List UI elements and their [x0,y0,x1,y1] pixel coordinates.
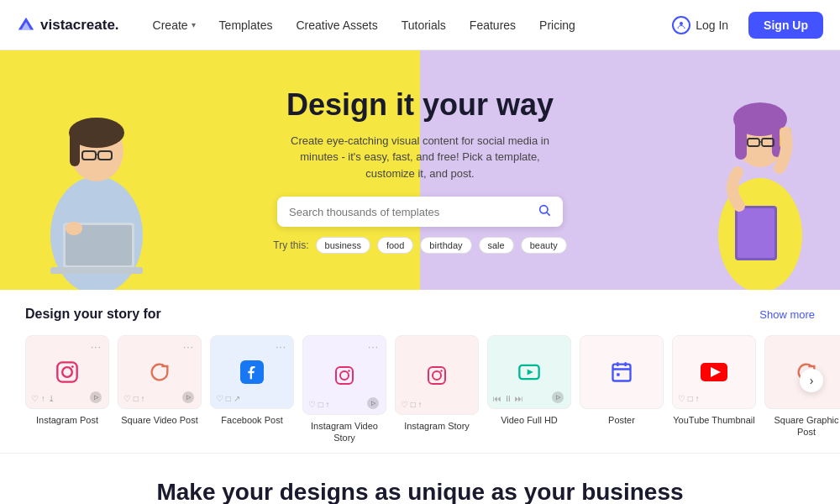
card-bottom-icons-4: ♡ □ ↑ [308,400,330,409]
card-play-2: ▷ [182,391,194,403]
logo-text: vistacreate. [40,17,119,34]
card-play-icon: ▷ [90,391,102,403]
try-tag-sale[interactable]: sale [479,237,514,254]
card-preview-instagram: ··· ♡ ↑ ⤓ ▷ [25,335,109,409]
card-bottom-icons-7: ♡ □ ↑ [678,394,700,403]
story-title: Design your story for [25,307,161,322]
nav-tutorials[interactable]: Tutorials [402,18,446,32]
svg-point-2 [680,22,683,25]
login-button[interactable]: Log In [662,11,738,39]
story-header: Design your story for Show more [25,307,815,322]
svg-point-35 [433,371,441,380]
try-tag-beauty[interactable]: beauty [521,237,567,254]
nav-create[interactable]: Create ▾ [153,18,196,32]
svg-rect-34 [428,367,445,384]
card-bottom-icons-6: ⏮ ⏸ ⏭ [493,394,523,403]
nav-pricing[interactable]: Pricing [539,18,575,32]
svg-point-33 [348,370,349,371]
card-play-4: ▷ [367,397,379,409]
calendar-icon [610,360,633,384]
svg-rect-27 [57,362,76,381]
bottom-section: Make your designs as unique as your busi… [0,453,840,504]
card-youtube[interactable]: ♡ □ ↑ YouTube Thumbnail [672,335,756,426]
card-dots-3: ··· [276,341,286,353]
card-label-6: Poster [608,414,635,426]
hero-content: Design it your way Create eye-catching v… [0,50,840,290]
card-preview-poster [580,335,664,409]
svg-point-36 [440,370,442,371]
try-this-row: Try this: business food birthday sale be… [273,237,566,254]
card-ig-video-story[interactable]: ··· ♡ □ ↑ ▷ Instagram Video Story [302,335,386,444]
search-input[interactable] [289,206,538,218]
card-preview-facebook: ··· ♡ □ ↗ [210,335,294,409]
svg-rect-31 [336,367,353,384]
svg-rect-39 [613,365,631,381]
card-bottom-icons-3: ♡ □ ↗ [216,394,240,403]
instagram-icon-3 [427,365,447,386]
svg-point-28 [62,367,72,377]
card-facebook[interactable]: ··· ♡ □ ↗ Facebook Post [210,335,294,426]
video-play-icon [517,360,541,384]
svg-point-29 [71,365,74,368]
nav-creative-assets[interactable]: Creative Assets [296,18,377,32]
card-video-hd[interactable]: ⏮ ⏸ ⏭ ▷ Video Full HD [487,335,571,426]
youtube-icon [701,363,727,381]
card-preview-ig-story: ··· ♡ □ ↑ ▷ [302,335,386,415]
show-more-link[interactable]: Show more [759,308,815,321]
bottom-title: Make your designs as unique as your busi… [84,479,756,504]
logo-icon [17,16,35,34]
card-preview-hd: ⏮ ⏸ ⏭ ▷ [487,335,571,409]
card-preview-youtube: ♡ □ ↑ [672,335,756,409]
card-label-2: Facebook Post [221,414,282,426]
svg-point-32 [340,371,349,380]
svg-line-26 [547,213,550,216]
try-tag-birthday[interactable]: birthday [420,237,471,254]
card-bottom-icons: ♡ ↑ ⤓ [31,394,55,403]
card-poster[interactable]: Poster [580,335,664,426]
card-square-video[interactable]: ··· ♡ □ ↑ ▷ Square Video Post [118,335,202,426]
card-label-5: Video Full HD [501,414,558,426]
svg-marker-38 [528,370,533,375]
try-tag-food[interactable]: food [377,237,413,254]
svg-rect-43 [617,373,620,376]
refresh-icon [148,360,171,384]
instagram-icon [55,360,79,384]
carousel-next-arrow[interactable]: › [800,369,823,392]
card-label-4: Instagram Story [404,420,470,432]
card-label-1: Square Video Post [121,414,198,426]
hero-subtitle: Create eye-catching visual content for s… [277,133,563,182]
nav-right: Log In Sign Up [662,11,823,39]
svg-point-25 [540,206,548,213]
card-preview-ig-story2: ♡ □ ↑ [395,335,479,415]
card-dots-4: ··· [368,341,379,353]
search-icon[interactable] [538,203,551,220]
logo[interactable]: vistacreate. [17,16,119,34]
hero-title: Design it your way [286,87,554,123]
card-bottom-icons-2: ♡ □ ↑ [123,394,145,403]
card-dots: ··· [91,341,102,353]
try-tag-business[interactable]: business [316,237,370,254]
navbar: vistacreate. Create ▾ Templates Creative… [0,0,840,50]
card-label-0: Instagram Post [36,414,98,426]
card-play-6: ▷ [552,391,564,403]
card-label-8: Square Graphic Post [764,414,840,438]
user-icon [672,16,690,34]
card-label-3: Instagram Video Story [302,420,386,444]
card-label-7: YouTube Thumbnail [673,414,754,426]
cards-row: ··· ♡ ↑ ⤓ ▷ Instagram Post ··· ♡ □ ↑ [25,335,815,444]
nav-templates[interactable]: Templates [219,18,273,32]
hero-section: Design it your way Create eye-catching v… [0,50,840,290]
card-bottom-icons-5: ♡ □ ↑ [401,400,423,409]
card-dots-2: ··· [183,341,194,353]
card-instagram-post[interactable]: ··· ♡ ↑ ⤓ ▷ Instagram Post [25,335,109,426]
nav-features[interactable]: Features [470,18,516,32]
signup-button[interactable]: Sign Up [748,12,823,39]
card-ig-story[interactable]: ♡ □ ↑ Instagram Story [395,335,479,432]
try-this-label: Try this: [273,239,308,251]
caret-icon: ▾ [192,20,196,29]
search-bar [277,197,563,227]
card-preview-square: ··· ♡ □ ↑ ▷ [118,335,202,409]
facebook-icon [240,360,264,384]
nav-links: Create ▾ Templates Creative Assets Tutor… [153,18,663,32]
instagram-icon-2 [334,365,354,386]
